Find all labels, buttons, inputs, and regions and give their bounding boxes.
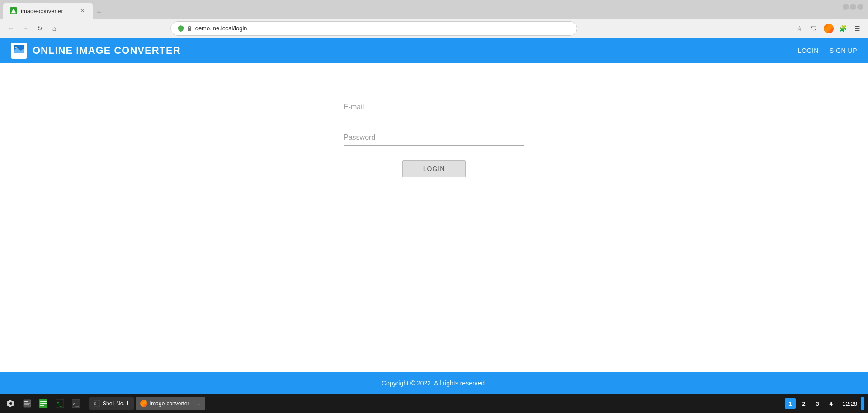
home-button[interactable]: ⌂ [49,23,60,34]
app-navbar: ONLINE IMAGE CONVERTER LOGIN SIGN UP [0,38,868,63]
app-footer: Copyright © 2022. All rights reserved. [0,372,868,394]
login-button[interactable]: LOGIN [402,160,466,177]
bookmark-button[interactable]: ☆ [795,24,805,33]
menu-button[interactable]: ☰ [853,24,863,33]
email-input[interactable] [344,100,524,115]
maximize-button[interactable] [850,4,856,10]
taskbar-browser-item[interactable]: image-converter —... [136,397,205,410]
tab-favicon [10,7,17,14]
taskbar-terminal-icon[interactable]: $_ [52,396,67,411]
tab-bar: image-converter ✕ + [0,0,868,19]
taskbar-shell-label: Shell No. 1 [103,400,129,407]
reload-button[interactable]: ↻ [34,23,45,34]
taskbar-text-editor-icon[interactable] [36,396,51,411]
nav-login-link[interactable]: LOGIN [798,47,819,54]
minimize-button[interactable] [843,4,849,10]
taskbar-corner [861,397,864,410]
taskbar: $_ >_ $ Shell No. 1 image-converter —...… [0,394,868,413]
taskbar-settings-icon[interactable] [4,396,18,411]
toolbar-right: ☆ 🛡 🧩 ☰ [795,24,863,33]
password-input[interactable] [344,130,524,146]
svg-rect-2 [188,28,191,31]
svg-text:$_: $_ [57,401,63,407]
app-brand: ONLINE IMAGE CONVERTER [11,43,798,59]
new-tab-button[interactable]: + [93,8,105,17]
workspace-4-button[interactable]: 4 [826,398,836,409]
svg-rect-7 [24,400,31,407]
workspace-1-button[interactable]: 1 [785,398,796,409]
nav-signup-link[interactable]: SIGN UP [830,47,857,54]
svg-rect-12 [40,401,47,402]
extensions-icon[interactable]: 🧩 [838,24,848,33]
taskbar-separator-1 [86,398,86,409]
shield-icon[interactable]: 🛡 [809,24,819,33]
browser-window: image-converter ✕ + ← → ↻ ⌂ [0,0,868,394]
lock-icon [187,26,192,31]
workspace-3-button[interactable]: 3 [812,398,823,409]
close-button[interactable] [857,4,863,10]
password-group [344,130,524,146]
window-controls [843,4,863,10]
browser-content: ONLINE IMAGE CONVERTER LOGIN SIGN UP LOG… [0,38,868,394]
workspace-2-button[interactable]: 2 [798,398,809,409]
taskbar-terminal2-icon[interactable]: >_ [69,396,83,411]
taskbar-files-icon[interactable] [20,396,34,411]
taskbar-shell-item[interactable]: $ Shell No. 1 [89,397,134,410]
brand-icon [11,43,27,59]
url-bar[interactable]: demo.ine.local/login [170,21,577,36]
taskbar-firefox-icon [140,400,147,407]
taskbar-browser-label: image-converter —... [150,400,201,407]
url-text: demo.ine.local/login [195,25,570,32]
login-form: LOGIN [344,100,524,177]
svg-text:>_: >_ [73,401,79,407]
tab-close-button[interactable]: ✕ [79,7,86,14]
nav-links: LOGIN SIGN UP [798,47,857,54]
tab-title: image-converter [21,8,63,14]
address-bar: ← → ↻ ⌂ demo.ine.local/login ☆ 🛡 🧩 ☰ [0,19,868,38]
app-title: ONLINE IMAGE CONVERTER [33,45,181,57]
taskbar-right: 1 2 3 4 12:28 [785,397,864,410]
svg-text:$: $ [94,402,96,406]
svg-rect-14 [40,405,44,406]
svg-rect-10 [24,404,29,405]
svg-rect-9 [24,403,30,404]
email-group [344,100,524,115]
footer-copyright: Copyright © 2022. All rights reserved. [382,380,486,387]
forward-button[interactable]: → [20,23,31,34]
browser-tab[interactable]: image-converter ✕ [3,3,93,19]
svg-point-6 [15,47,17,48]
svg-rect-13 [40,403,47,404]
main-content: LOGIN [0,63,868,372]
taskbar-clock: 12:28 [839,400,857,407]
back-button[interactable]: ← [5,23,16,34]
firefox-icon [824,24,834,33]
svg-rect-8 [24,401,28,402]
security-icon [178,25,184,32]
login-button-container: LOGIN [344,160,524,177]
